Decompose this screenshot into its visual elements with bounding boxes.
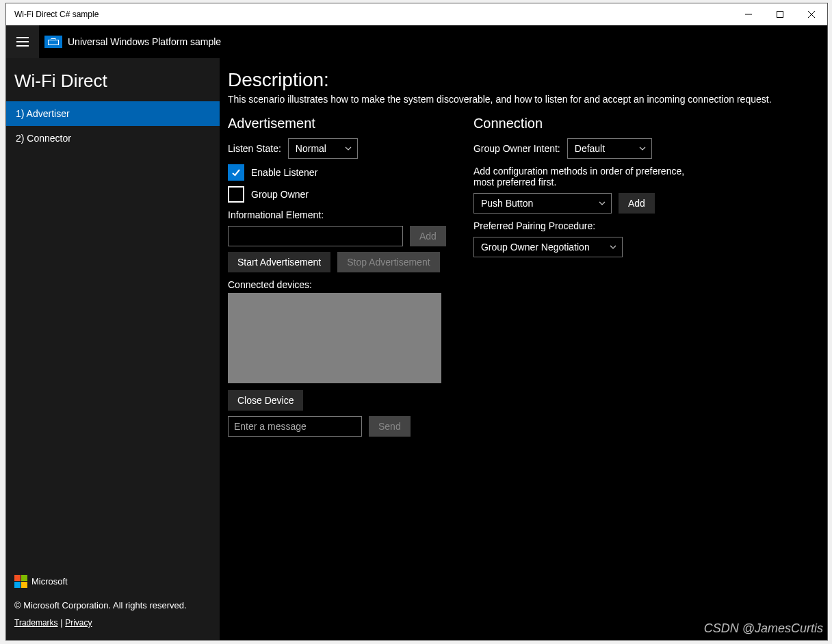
microsoft-logo: Microsoft [14,575,211,588]
privacy-link[interactable]: Privacy [65,618,92,628]
config-method-hint: Add configuration methods in order of pr… [473,166,692,188]
close-button[interactable] [796,3,827,25]
titlebar: Wi-Fi Direct C# sample [6,3,827,25]
main-content: Description: This scenario illustrates h… [220,58,827,640]
pairing-procedure-value: Group Owner Negotiation [481,242,590,253]
info-element-label: Informational Element: [228,209,446,220]
listen-state-combo[interactable]: Normal [288,138,358,159]
connection-panel: Connection Group Owner Intent: Default A… [473,116,692,442]
maximize-button[interactable] [764,3,796,25]
description-text: This scenario illustrates how to make th… [228,94,819,105]
pairing-procedure-combo[interactable]: Group Owner Negotiation [473,237,623,257]
chevron-down-icon [610,242,616,253]
go-intent-combo[interactable]: Default [567,138,652,159]
config-method-add-button[interactable]: Add [619,193,655,214]
app-header: Universal Windows Platform sample [6,25,827,58]
info-element-input[interactable] [228,226,403,246]
info-element-add-button[interactable]: Add [410,226,446,246]
enable-listener-checkbox[interactable] [228,164,244,181]
chevron-down-icon [345,143,352,154]
app-subtitle: Universal Windows Platform sample [68,36,221,47]
scenario-item-connector[interactable]: 2) Connector [6,126,220,151]
watermark-text: CSDN @JamesCurtis [704,621,823,636]
trademarks-link[interactable]: Trademarks [14,618,58,628]
scenario-label: 1) Advertiser [16,108,70,119]
listen-state-label: Listen State: [228,143,281,154]
microsoft-brand-text: Microsoft [31,576,68,587]
chevron-down-icon [639,143,646,154]
listen-state-value: Normal [296,143,326,154]
svg-rect-7 [49,40,59,45]
sidebar-footer: Microsoft © Microsoft Corporation. All r… [6,568,220,640]
pairing-procedure-label: Preferred Pairing Procedure: [473,220,692,231]
send-button[interactable]: Send [369,416,411,437]
go-intent-label: Group Owner Intent: [473,143,560,154]
app-window: Wi-Fi Direct C# sample [5,3,828,641]
sidebar: Wi-Fi Direct 1) Advertiser 2) Connector … [6,58,220,640]
app-body: Wi-Fi Direct 1) Advertiser 2) Connector … [6,58,827,640]
config-method-value: Push Button [481,198,533,209]
page-title: Wi-Fi Direct [6,58,220,101]
message-input[interactable] [228,416,362,437]
description-heading: Description: [228,69,819,91]
chevron-down-icon [599,198,606,209]
enable-listener-label: Enable Listener [251,167,317,178]
scenario-item-advertiser[interactable]: 1) Advertiser [6,101,220,126]
stop-advertisement-button[interactable]: Stop Advertisement [337,252,439,272]
group-owner-label: Group Owner [251,189,309,200]
microsoft-logo-icon [14,575,27,588]
go-intent-value: Default [575,143,605,154]
close-device-button[interactable]: Close Device [228,390,303,411]
toolbox-icon [44,36,62,48]
window-controls [733,3,827,25]
minimize-button[interactable] [733,3,764,25]
svg-rect-1 [777,12,783,18]
connected-devices-list[interactable] [228,293,441,383]
connected-devices-label: Connected devices: [228,279,446,290]
window-title: Wi-Fi Direct C# sample [6,10,99,19]
start-advertisement-button[interactable]: Start Advertisement [228,252,330,272]
advertisement-panel: Advertisement Listen State: Normal Enabl… [228,116,446,442]
group-owner-checkbox[interactable] [228,186,244,203]
connection-heading: Connection [473,116,692,131]
config-method-combo[interactable]: Push Button [473,193,612,214]
scenario-label: 2) Connector [16,133,71,144]
copyright-text: © Microsoft Corporation. All rights rese… [14,600,211,610]
advertisement-heading: Advertisement [228,116,446,131]
hamburger-button[interactable] [6,25,39,58]
svg-rect-8 [51,39,55,40]
